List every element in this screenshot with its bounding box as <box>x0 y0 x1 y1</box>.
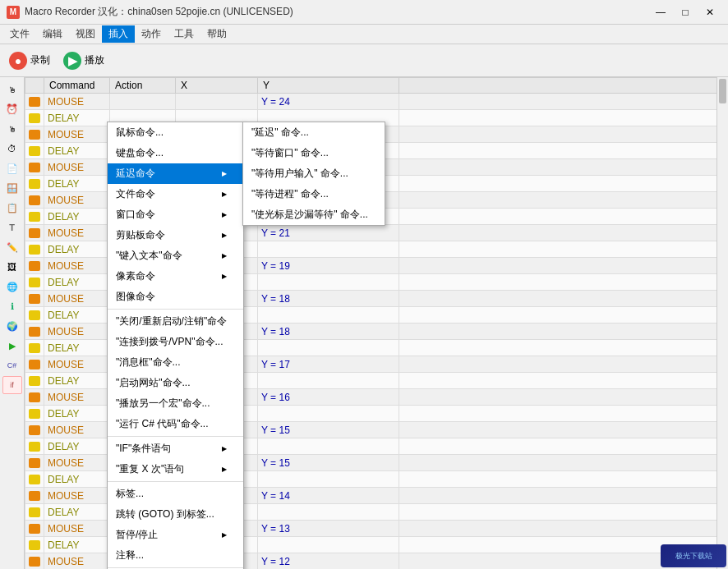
row-command: DELAY <box>44 241 110 258</box>
row-command: DELAY <box>44 373 110 389</box>
menu-image-cmd[interactable]: 图像命令 <box>108 287 243 307</box>
menu-csharp-cmd[interactable]: "运行 C# 代码"命令... <box>108 414 243 434</box>
row-command: MOUSE <box>44 356 110 373</box>
sidebar-icon-play2[interactable]: ▶ <box>2 337 22 355</box>
submenu-wait-window[interactable]: "等待窗口" 命令... <box>243 143 385 163</box>
sidebar-icon-image[interactable]: 🖼 <box>2 258 22 276</box>
menu-file[interactable]: 文件 <box>3 25 36 43</box>
menu-view[interactable]: 视图 <box>69 25 102 43</box>
table-row[interactable]: MOUSEY = 24 <box>25 94 728 110</box>
menu-playmacro-cmd[interactable]: "播放另一个宏"命令... <box>108 393 243 414</box>
menu-tools[interactable]: 工具 <box>168 25 200 43</box>
row-y <box>258 274 399 291</box>
menu-type-text-cmd[interactable]: "键入文本"命令 <box>108 245 243 266</box>
sidebar-icon-clock[interactable]: ⏱ <box>2 140 22 158</box>
menu-close-cmd[interactable]: "关闭/重新启动/注销"命令 <box>108 311 243 332</box>
row-icon <box>25 488 44 504</box>
scrollbar-thumb[interactable] <box>719 79 726 103</box>
menu-repeat-stmt[interactable]: "重复 X 次"语句 <box>108 459 243 480</box>
row-icon <box>25 373 44 389</box>
menu-action[interactable]: 动作 <box>135 25 168 43</box>
play-label: 播放 <box>85 53 104 67</box>
menu-pause[interactable]: 暂停/停止 <box>108 525 243 545</box>
title-bar: M Macro Recorder 汉化：china0sen 52pojie.cn… <box>0 0 728 25</box>
sidebar-icon-mouse2[interactable]: 🖱 <box>2 120 22 138</box>
play-button[interactable]: ▶ 播放 <box>58 48 110 74</box>
row-command: MOUSE <box>44 225 110 241</box>
sidebar-icon-world[interactable]: 🌍 <box>2 317 22 335</box>
row-command: DELAY <box>44 143 110 159</box>
sidebar-icon-window[interactable]: 🪟 <box>2 179 22 197</box>
submenu-delay[interactable]: "延迟" 命令... <box>243 122 385 143</box>
row-command: MOUSE <box>44 389 110 406</box>
col-extra-header <box>399 78 728 94</box>
menu-file-cmd[interactable]: 文件命令 <box>108 184 243 204</box>
menu-insert[interactable]: 插入 <box>102 25 135 43</box>
menu-help[interactable]: 帮助 <box>200 25 233 43</box>
menu-comment[interactable]: 注释... <box>108 545 243 566</box>
menu-label[interactable]: 标签... <box>108 484 243 504</box>
submenu-wait-cursor[interactable]: "使光标是沙漏等待" 命令... <box>243 204 385 225</box>
row-icon <box>25 406 44 422</box>
row-extra <box>399 241 728 258</box>
row-extra <box>399 438 728 455</box>
row-icon <box>25 209 44 225</box>
minimize-button[interactable]: — <box>649 4 672 21</box>
toolbar: ● 录制 ▶ 播放 <box>0 44 728 77</box>
row-y: Y = 15 <box>258 422 399 438</box>
menu-keyboard-cmd[interactable]: 键盘命令... <box>108 143 243 163</box>
delay-submenu[interactable]: "延迟" 命令... "等待窗口" 命令... "等待用户输入" 命令... "… <box>242 122 385 226</box>
sidebar-icon-globe[interactable]: 🌐 <box>2 278 22 296</box>
close-button[interactable]: ✕ <box>698 4 721 21</box>
maximize-button[interactable]: □ <box>674 4 697 21</box>
menu-pixel-cmd[interactable]: 像素命令 <box>108 266 243 287</box>
sidebar-icon-pencil[interactable]: ✏️ <box>2 238 22 256</box>
row-extra <box>399 340 728 356</box>
submenu-wait-process[interactable]: "等待进程" 命令... <box>243 184 385 204</box>
row-command: MOUSE <box>44 258 110 274</box>
sidebar-icon-if[interactable]: if <box>2 376 22 394</box>
row-y: Y = 24 <box>258 94 399 110</box>
menu-delay-cmd[interactable]: 延迟命令 <box>108 163 243 184</box>
row-icon <box>25 356 44 373</box>
row-command: MOUSE <box>44 94 110 110</box>
separator2 <box>108 436 243 437</box>
sidebar-icon-clip[interactable]: 📋 <box>2 199 22 217</box>
row-icon <box>25 176 44 192</box>
menu-vpn-cmd[interactable]: "连接到拨号/VPN"命令... <box>108 332 243 352</box>
sidebar: 🖱 ⏰ 🖱 ⏱ 📄 🪟 📋 T ✏️ 🖼 🌐 ℹ 🌍 ▶ C# if <box>0 77 25 569</box>
row-icon <box>25 324 44 340</box>
row-icon <box>25 110 44 126</box>
row-icon <box>25 258 44 274</box>
menu-clipboard-cmd[interactable]: 剪贴板命令 <box>108 225 243 245</box>
menu-mouse-cmd[interactable]: 鼠标命令... <box>108 122 243 143</box>
row-extra <box>399 209 728 225</box>
menu-msgbox-cmd[interactable]: "消息框"命令... <box>108 352 243 373</box>
sidebar-icon-info[interactable]: ℹ <box>2 297 22 315</box>
row-icon <box>25 159 44 176</box>
scrollbar[interactable] <box>716 77 728 569</box>
row-extra <box>399 504 728 521</box>
sidebar-icon-delay[interactable]: ⏰ <box>2 100 22 118</box>
menu-bar: 文件 编辑 视图 插入 动作 工具 帮助 <box>0 25 728 44</box>
menu-if-stmt[interactable]: "IF"条件语句 <box>108 438 243 459</box>
row-y: Y = 15 <box>258 455 399 471</box>
row-command: DELAY <box>44 176 110 192</box>
sidebar-icon-cs[interactable]: C# <box>2 356 22 374</box>
play-icon: ▶ <box>63 52 81 70</box>
row-icon <box>25 192 44 209</box>
record-button[interactable]: ● 录制 <box>3 48 56 74</box>
watermark: 极光下载站 <box>661 544 726 567</box>
row-extra <box>399 373 728 389</box>
row-y: Y = 12 <box>258 553 399 570</box>
record-icon: ● <box>9 52 27 70</box>
menu-goto[interactable]: 跳转 (GOTO) 到标签... <box>108 504 243 525</box>
sidebar-icon-mouse[interactable]: 🖱 <box>2 80 22 99</box>
submenu-wait-input[interactable]: "等待用户输入" 命令... <box>243 163 385 184</box>
menu-website-cmd[interactable]: "启动网站"命令... <box>108 373 243 393</box>
sidebar-icon-file[interactable]: 📄 <box>2 159 22 177</box>
sidebar-icon-text[interactable]: T <box>2 218 22 236</box>
menu-window-cmd[interactable]: 窗口命令 <box>108 204 243 225</box>
menu-edit[interactable]: 编辑 <box>36 25 69 43</box>
insert-dropdown[interactable]: 鼠标命令... 键盘命令... 延迟命令 文件命令 窗口命令 剪贴板命令 "键入… <box>107 122 244 569</box>
